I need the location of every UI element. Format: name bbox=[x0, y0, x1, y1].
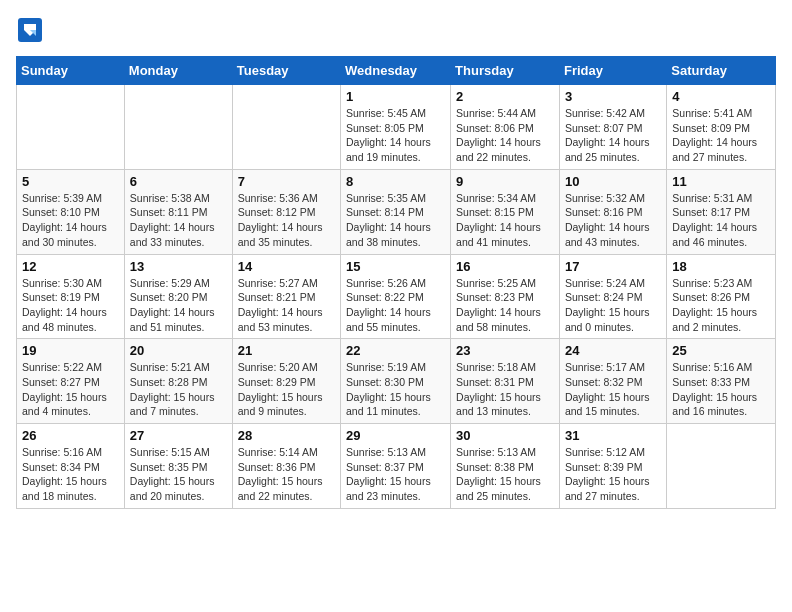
calendar-cell bbox=[124, 85, 232, 170]
day-info: Sunrise: 5:15 AM Sunset: 8:35 PM Dayligh… bbox=[130, 445, 227, 504]
calendar-cell: 13Sunrise: 5:29 AM Sunset: 8:20 PM Dayli… bbox=[124, 254, 232, 339]
weekday-header: Friday bbox=[559, 57, 666, 85]
day-number: 20 bbox=[130, 343, 227, 358]
calendar-cell: 7Sunrise: 5:36 AM Sunset: 8:12 PM Daylig… bbox=[232, 169, 340, 254]
calendar-cell: 5Sunrise: 5:39 AM Sunset: 8:10 PM Daylig… bbox=[17, 169, 125, 254]
calendar-cell bbox=[232, 85, 340, 170]
calendar-cell: 19Sunrise: 5:22 AM Sunset: 8:27 PM Dayli… bbox=[17, 339, 125, 424]
day-number: 26 bbox=[22, 428, 119, 443]
day-number: 18 bbox=[672, 259, 770, 274]
calendar-cell: 4Sunrise: 5:41 AM Sunset: 8:09 PM Daylig… bbox=[667, 85, 776, 170]
weekday-header: Monday bbox=[124, 57, 232, 85]
day-number: 22 bbox=[346, 343, 445, 358]
calendar-cell: 14Sunrise: 5:27 AM Sunset: 8:21 PM Dayli… bbox=[232, 254, 340, 339]
day-info: Sunrise: 5:45 AM Sunset: 8:05 PM Dayligh… bbox=[346, 106, 445, 165]
day-number: 21 bbox=[238, 343, 335, 358]
day-number: 12 bbox=[22, 259, 119, 274]
day-number: 31 bbox=[565, 428, 661, 443]
weekday-header: Thursday bbox=[451, 57, 560, 85]
day-info: Sunrise: 5:30 AM Sunset: 8:19 PM Dayligh… bbox=[22, 276, 119, 335]
calendar-week-row: 1Sunrise: 5:45 AM Sunset: 8:05 PM Daylig… bbox=[17, 85, 776, 170]
day-info: Sunrise: 5:20 AM Sunset: 8:29 PM Dayligh… bbox=[238, 360, 335, 419]
calendar-cell: 27Sunrise: 5:15 AM Sunset: 8:35 PM Dayli… bbox=[124, 424, 232, 509]
day-info: Sunrise: 5:25 AM Sunset: 8:23 PM Dayligh… bbox=[456, 276, 554, 335]
day-info: Sunrise: 5:27 AM Sunset: 8:21 PM Dayligh… bbox=[238, 276, 335, 335]
calendar-cell: 28Sunrise: 5:14 AM Sunset: 8:36 PM Dayli… bbox=[232, 424, 340, 509]
calendar-week-row: 12Sunrise: 5:30 AM Sunset: 8:19 PM Dayli… bbox=[17, 254, 776, 339]
day-number: 11 bbox=[672, 174, 770, 189]
calendar-cell bbox=[667, 424, 776, 509]
day-info: Sunrise: 5:13 AM Sunset: 8:38 PM Dayligh… bbox=[456, 445, 554, 504]
day-info: Sunrise: 5:14 AM Sunset: 8:36 PM Dayligh… bbox=[238, 445, 335, 504]
day-info: Sunrise: 5:23 AM Sunset: 8:26 PM Dayligh… bbox=[672, 276, 770, 335]
calendar-cell: 1Sunrise: 5:45 AM Sunset: 8:05 PM Daylig… bbox=[341, 85, 451, 170]
calendar-cell: 20Sunrise: 5:21 AM Sunset: 8:28 PM Dayli… bbox=[124, 339, 232, 424]
calendar-cell: 3Sunrise: 5:42 AM Sunset: 8:07 PM Daylig… bbox=[559, 85, 666, 170]
calendar-cell: 30Sunrise: 5:13 AM Sunset: 8:38 PM Dayli… bbox=[451, 424, 560, 509]
day-info: Sunrise: 5:17 AM Sunset: 8:32 PM Dayligh… bbox=[565, 360, 661, 419]
day-info: Sunrise: 5:18 AM Sunset: 8:31 PM Dayligh… bbox=[456, 360, 554, 419]
day-number: 14 bbox=[238, 259, 335, 274]
day-info: Sunrise: 5:21 AM Sunset: 8:28 PM Dayligh… bbox=[130, 360, 227, 419]
day-number: 2 bbox=[456, 89, 554, 104]
day-info: Sunrise: 5:32 AM Sunset: 8:16 PM Dayligh… bbox=[565, 191, 661, 250]
day-info: Sunrise: 5:16 AM Sunset: 8:33 PM Dayligh… bbox=[672, 360, 770, 419]
calendar-cell: 21Sunrise: 5:20 AM Sunset: 8:29 PM Dayli… bbox=[232, 339, 340, 424]
day-info: Sunrise: 5:36 AM Sunset: 8:12 PM Dayligh… bbox=[238, 191, 335, 250]
day-info: Sunrise: 5:26 AM Sunset: 8:22 PM Dayligh… bbox=[346, 276, 445, 335]
page-header bbox=[16, 16, 776, 44]
day-info: Sunrise: 5:41 AM Sunset: 8:09 PM Dayligh… bbox=[672, 106, 770, 165]
logo bbox=[16, 16, 48, 44]
day-info: Sunrise: 5:29 AM Sunset: 8:20 PM Dayligh… bbox=[130, 276, 227, 335]
day-number: 16 bbox=[456, 259, 554, 274]
weekday-header: Sunday bbox=[17, 57, 125, 85]
day-number: 10 bbox=[565, 174, 661, 189]
calendar-cell: 25Sunrise: 5:16 AM Sunset: 8:33 PM Dayli… bbox=[667, 339, 776, 424]
day-number: 30 bbox=[456, 428, 554, 443]
calendar-cell: 31Sunrise: 5:12 AM Sunset: 8:39 PM Dayli… bbox=[559, 424, 666, 509]
calendar-table: SundayMondayTuesdayWednesdayThursdayFrid… bbox=[16, 56, 776, 509]
day-info: Sunrise: 5:16 AM Sunset: 8:34 PM Dayligh… bbox=[22, 445, 119, 504]
calendar-week-row: 5Sunrise: 5:39 AM Sunset: 8:10 PM Daylig… bbox=[17, 169, 776, 254]
calendar-cell bbox=[17, 85, 125, 170]
calendar-cell: 6Sunrise: 5:38 AM Sunset: 8:11 PM Daylig… bbox=[124, 169, 232, 254]
day-info: Sunrise: 5:24 AM Sunset: 8:24 PM Dayligh… bbox=[565, 276, 661, 335]
day-info: Sunrise: 5:31 AM Sunset: 8:17 PM Dayligh… bbox=[672, 191, 770, 250]
calendar-cell: 22Sunrise: 5:19 AM Sunset: 8:30 PM Dayli… bbox=[341, 339, 451, 424]
day-number: 17 bbox=[565, 259, 661, 274]
calendar-cell: 2Sunrise: 5:44 AM Sunset: 8:06 PM Daylig… bbox=[451, 85, 560, 170]
day-number: 28 bbox=[238, 428, 335, 443]
calendar-cell: 9Sunrise: 5:34 AM Sunset: 8:15 PM Daylig… bbox=[451, 169, 560, 254]
day-number: 29 bbox=[346, 428, 445, 443]
day-info: Sunrise: 5:38 AM Sunset: 8:11 PM Dayligh… bbox=[130, 191, 227, 250]
day-number: 8 bbox=[346, 174, 445, 189]
day-info: Sunrise: 5:35 AM Sunset: 8:14 PM Dayligh… bbox=[346, 191, 445, 250]
calendar-cell: 29Sunrise: 5:13 AM Sunset: 8:37 PM Dayli… bbox=[341, 424, 451, 509]
calendar-cell: 23Sunrise: 5:18 AM Sunset: 8:31 PM Dayli… bbox=[451, 339, 560, 424]
day-info: Sunrise: 5:34 AM Sunset: 8:15 PM Dayligh… bbox=[456, 191, 554, 250]
day-number: 25 bbox=[672, 343, 770, 358]
calendar-cell: 11Sunrise: 5:31 AM Sunset: 8:17 PM Dayli… bbox=[667, 169, 776, 254]
weekday-header: Tuesday bbox=[232, 57, 340, 85]
weekday-header: Saturday bbox=[667, 57, 776, 85]
day-info: Sunrise: 5:44 AM Sunset: 8:06 PM Dayligh… bbox=[456, 106, 554, 165]
weekday-header: Wednesday bbox=[341, 57, 451, 85]
calendar-cell: 8Sunrise: 5:35 AM Sunset: 8:14 PM Daylig… bbox=[341, 169, 451, 254]
calendar-cell: 12Sunrise: 5:30 AM Sunset: 8:19 PM Dayli… bbox=[17, 254, 125, 339]
day-number: 9 bbox=[456, 174, 554, 189]
day-info: Sunrise: 5:42 AM Sunset: 8:07 PM Dayligh… bbox=[565, 106, 661, 165]
day-info: Sunrise: 5:19 AM Sunset: 8:30 PM Dayligh… bbox=[346, 360, 445, 419]
day-number: 4 bbox=[672, 89, 770, 104]
day-info: Sunrise: 5:22 AM Sunset: 8:27 PM Dayligh… bbox=[22, 360, 119, 419]
calendar-week-row: 19Sunrise: 5:22 AM Sunset: 8:27 PM Dayli… bbox=[17, 339, 776, 424]
day-number: 23 bbox=[456, 343, 554, 358]
calendar-cell: 17Sunrise: 5:24 AM Sunset: 8:24 PM Dayli… bbox=[559, 254, 666, 339]
calendar-cell: 10Sunrise: 5:32 AM Sunset: 8:16 PM Dayli… bbox=[559, 169, 666, 254]
logo-icon bbox=[16, 16, 44, 44]
day-number: 15 bbox=[346, 259, 445, 274]
day-info: Sunrise: 5:39 AM Sunset: 8:10 PM Dayligh… bbox=[22, 191, 119, 250]
day-number: 5 bbox=[22, 174, 119, 189]
calendar-cell: 16Sunrise: 5:25 AM Sunset: 8:23 PM Dayli… bbox=[451, 254, 560, 339]
calendar-cell: 26Sunrise: 5:16 AM Sunset: 8:34 PM Dayli… bbox=[17, 424, 125, 509]
day-number: 13 bbox=[130, 259, 227, 274]
